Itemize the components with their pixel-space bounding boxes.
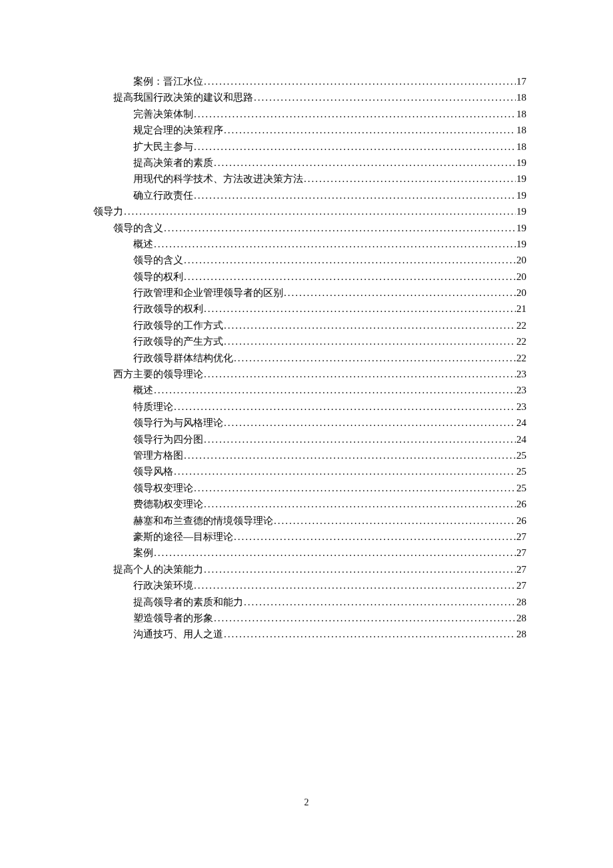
toc-entry[interactable]: 提高我国行政决策的建议和思路..........................…: [93, 89, 526, 105]
toc-entry-page: 27: [516, 561, 526, 577]
toc-leader-dots: ........................................…: [234, 529, 516, 545]
toc-entry-title: 行政管理和企业管理领导者的区别: [133, 285, 283, 301]
toc-entry[interactable]: 领导行为与风格理论...............................…: [93, 415, 526, 431]
toc-entry-title: 领导的权利: [133, 269, 183, 285]
toc-entry-page: 24: [516, 415, 526, 431]
toc-entry[interactable]: 领导风格....................................…: [93, 463, 526, 479]
toc-entry[interactable]: 概述......................................…: [93, 382, 526, 398]
toc-entry[interactable]: 案例......................................…: [93, 545, 526, 561]
toc-entry-title: 行政领导的权利: [133, 301, 203, 317]
toc-entry[interactable]: 领导力.....................................…: [93, 203, 526, 219]
toc-entry-title: 行政领导的产生方式: [133, 333, 223, 349]
toc-entry[interactable]: 领导的权利...................................…: [93, 269, 526, 285]
toc-entry-title: 提高个人的决策能力: [113, 561, 203, 577]
toc-entry[interactable]: 赫塞和布兰查德的情境领导理论..........................…: [93, 513, 526, 529]
toc-leader-dots: ........................................…: [204, 366, 516, 382]
toc-entry-page: 27: [516, 577, 526, 593]
toc-entry[interactable]: 确立行政责任..................................…: [93, 187, 526, 203]
toc-leader-dots: ........................................…: [224, 317, 516, 333]
toc-entry[interactable]: 费德勒权变理论.................................…: [93, 496, 526, 512]
toc-entry-title: 规定合理的决策程序: [133, 122, 223, 138]
toc-entry[interactable]: 特质理论....................................…: [93, 399, 526, 415]
toc-leader-dots: ........................................…: [124, 203, 516, 219]
toc-leader-dots: ........................................…: [174, 399, 516, 415]
toc-entry[interactable]: 提高决策者的素质................................…: [93, 155, 526, 171]
toc-entry-page: 17: [516, 73, 526, 89]
toc-entry[interactable]: 豪斯的途径—目标理论..............................…: [93, 529, 526, 545]
toc-entry-page: 19: [516, 220, 526, 236]
toc-entry[interactable]: 行政决策环境..................................…: [93, 577, 526, 593]
toc-entry-title: 领导力: [93, 203, 123, 219]
toc-leader-dots: ........................................…: [174, 463, 516, 479]
toc-entry-page: 19: [516, 187, 526, 203]
toc-entry[interactable]: 完善决策体制..................................…: [93, 106, 526, 122]
toc-entry-title: 领导风格: [133, 463, 173, 479]
toc-entry-page: 25: [516, 447, 526, 463]
toc-leader-dots: ........................................…: [244, 594, 516, 610]
toc-leader-dots: ........................................…: [204, 73, 516, 89]
toc-entry[interactable]: 行政领导群体结构优化..............................…: [93, 350, 526, 366]
toc-entry[interactable]: 案例：晋江水位.................................…: [93, 73, 526, 89]
toc-entry[interactable]: 概述......................................…: [93, 236, 526, 252]
toc-entry[interactable]: 行政管理和企业管理领导者的区别.........................…: [93, 285, 526, 301]
table-of-contents: 案例：晋江水位.................................…: [93, 73, 526, 643]
toc-leader-dots: ........................................…: [184, 269, 516, 285]
toc-leader-dots: ........................................…: [154, 382, 516, 398]
toc-entry-page: 22: [516, 317, 526, 333]
toc-entry[interactable]: 行政领导的产生方式...............................…: [93, 333, 526, 349]
toc-entry[interactable]: 领导的含义...................................…: [93, 252, 526, 268]
toc-entry-title: 提高决策者的素质: [133, 155, 213, 171]
toc-entry-page: 23: [516, 366, 526, 382]
page-number: 2: [0, 797, 613, 808]
toc-leader-dots: ........................................…: [234, 350, 516, 366]
toc-entry-title: 赫塞和布兰查德的情境领导理论: [133, 513, 273, 529]
toc-entry-title: 领导行为四分图: [133, 431, 203, 447]
toc-entry-page: 22: [516, 350, 526, 366]
toc-leader-dots: ........................................…: [184, 447, 516, 463]
toc-leader-dots: ........................................…: [204, 496, 516, 512]
toc-entry[interactable]: 用现代的科学技术、方法改进决策方法.......................…: [93, 171, 526, 187]
toc-entry-title: 概述: [133, 236, 153, 252]
toc-leader-dots: ........................................…: [254, 89, 516, 105]
toc-leader-dots: ........................................…: [184, 252, 516, 268]
toc-entry-title: 豪斯的途径—目标理论: [133, 529, 233, 545]
toc-entry-title: 管理方格图: [133, 447, 183, 463]
toc-entry-page: 19: [516, 171, 526, 187]
toc-entry-page: 23: [516, 382, 526, 398]
toc-entry-title: 用现代的科学技术、方法改进决策方法: [133, 171, 303, 187]
toc-entry[interactable]: 塑造领导者的形象................................…: [93, 610, 526, 626]
toc-entry[interactable]: 行政领导的权利.................................…: [93, 301, 526, 317]
toc-entry[interactable]: 管理方格图...................................…: [93, 447, 526, 463]
toc-entry-page: 20: [516, 269, 526, 285]
toc-leader-dots: ........................................…: [204, 431, 516, 447]
toc-leader-dots: ........................................…: [214, 610, 516, 626]
toc-leader-dots: ........................................…: [194, 106, 516, 122]
toc-entry-title: 特质理论: [133, 399, 173, 415]
toc-entry-page: 25: [516, 480, 526, 496]
toc-entry-title: 行政领导的工作方式: [133, 317, 223, 333]
toc-leader-dots: ........................................…: [194, 139, 516, 155]
toc-leader-dots: ........................................…: [154, 545, 516, 561]
toc-leader-dots: ........................................…: [224, 626, 516, 642]
toc-entry-title: 行政领导群体结构优化: [133, 350, 233, 366]
toc-entry-title: 案例: [133, 545, 153, 561]
toc-entry-page: 28: [516, 610, 526, 626]
toc-leader-dots: ........................................…: [224, 415, 516, 431]
toc-entry[interactable]: 领导权变理论..................................…: [93, 480, 526, 496]
toc-leader-dots: ........................................…: [224, 333, 516, 349]
toc-entry-title: 扩大民主参与: [133, 139, 193, 155]
toc-entry[interactable]: 规定合理的决策程序...............................…: [93, 122, 526, 138]
toc-entry-page: 18: [516, 122, 526, 138]
toc-entry-page: 24: [516, 431, 526, 447]
toc-entry-title: 确立行政责任: [133, 187, 193, 203]
toc-entry[interactable]: 行政领导的工作方式...............................…: [93, 317, 526, 333]
toc-entry[interactable]: 领导行为四分图.................................…: [93, 431, 526, 447]
toc-entry-title: 西方主要的领导理论: [113, 366, 203, 382]
toc-entry[interactable]: 提高个人的决策能力...............................…: [93, 561, 526, 577]
toc-entry[interactable]: 提高领导者的素质和能力.............................…: [93, 594, 526, 610]
toc-entry[interactable]: 西方主要的领导理论...............................…: [93, 366, 526, 382]
toc-entry[interactable]: 领导的含义...................................…: [93, 220, 526, 236]
toc-entry-title: 领导行为与风格理论: [133, 415, 223, 431]
toc-entry[interactable]: 沟通技巧、用人之道...............................…: [93, 626, 526, 642]
toc-entry[interactable]: 扩大民主参与..................................…: [93, 139, 526, 155]
